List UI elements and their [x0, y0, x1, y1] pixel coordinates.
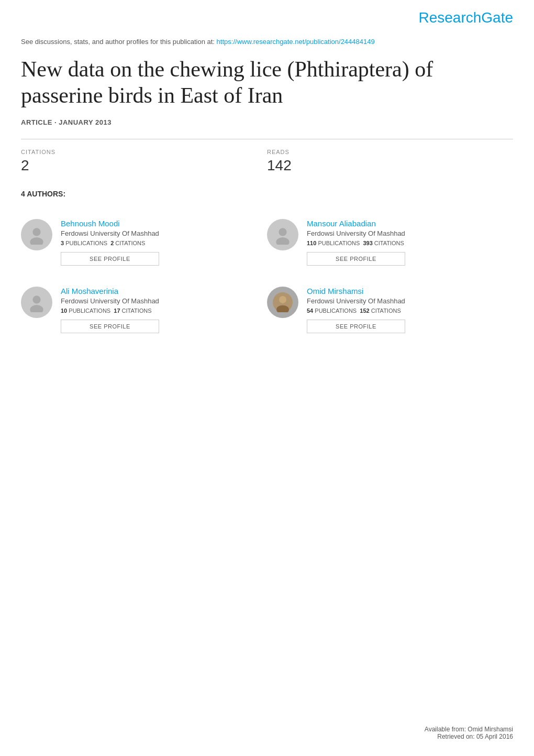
author-info-1: Behnoush MoodiFerdowsi University Of Mas… — [61, 219, 159, 266]
reads-block: READS 142 — [267, 149, 513, 174]
author-stats-1: 3 PUBLICATIONS 2 CITATIONS — [61, 240, 159, 246]
top-link-text: See discussions, stats, and author profi… — [21, 38, 215, 46]
author-card-3: Ali MoshaveriniaFerdowsi University Of M… — [21, 276, 267, 344]
article-type: ARTICLE — [21, 118, 52, 126]
publication-link[interactable]: https://www.researchgate.net/publication… — [217, 38, 375, 46]
svg-point-0 — [32, 228, 40, 236]
svg-point-5 — [30, 305, 43, 312]
top-link-bar: See discussions, stats, and author profi… — [0, 31, 534, 46]
citations-label: CITATIONS — [21, 149, 267, 155]
author-card-1: Behnoush MoodiFerdowsi University Of Mas… — [21, 209, 267, 276]
reads-label: READS — [267, 149, 513, 155]
author-avatar-3 — [21, 287, 52, 318]
author-name-4[interactable]: Omid Mirshamsi — [307, 287, 405, 295]
author-name-3[interactable]: Ali Moshaverinia — [61, 287, 159, 295]
article-date-separator: · — [54, 118, 59, 126]
available-from: Available from: Omid Mirshamsi — [425, 726, 513, 733]
author-info-2: Mansour AliabadianFerdowsi University Of… — [307, 219, 405, 266]
author-name-1[interactable]: Behnoush Moodi — [61, 219, 159, 228]
researchgate-logo: ResearchGate — [418, 9, 513, 26]
author-stats-4: 54 PUBLICATIONS 152 CITATIONS — [307, 308, 405, 314]
stats-row: CITATIONS 2 READS 142 — [0, 139, 534, 174]
see-profile-button-4[interactable]: SEE PROFILE — [307, 320, 405, 333]
authors-title: 4 AUTHORS: — [21, 190, 513, 198]
authors-section: 4 AUTHORS: Behnoush MoodiFerdowsi Univer… — [0, 174, 534, 344]
author-card-2: Mansour AliabadianFerdowsi University Of… — [267, 209, 513, 276]
author-university-4: Ferdowsi University Of Mashhad — [307, 297, 405, 305]
author-avatar-4 — [267, 287, 298, 318]
svg-point-1 — [30, 237, 43, 245]
author-university-2: Ferdowsi University Of Mashhad — [307, 229, 405, 237]
author-stats-2: 110 PUBLICATIONS 393 CITATIONS — [307, 240, 405, 246]
svg-point-2 — [279, 228, 286, 236]
author-university-3: Ferdowsi University Of Mashhad — [61, 297, 159, 305]
author-name-2[interactable]: Mansour Aliabadian — [307, 219, 405, 228]
author-info-4: Omid MirshamsiFerdowsi University Of Mas… — [307, 287, 405, 333]
article-meta: ARTICLE · JANUARY 2013 — [0, 109, 534, 126]
author-info-3: Ali MoshaveriniaFerdowsi University Of M… — [61, 287, 159, 333]
article-date: JANUARY 2013 — [59, 118, 112, 126]
author-university-1: Ferdowsi University Of Mashhad — [61, 229, 159, 237]
svg-point-4 — [32, 295, 40, 303]
see-profile-button-2[interactable]: SEE PROFILE — [307, 252, 405, 266]
see-profile-button-3[interactable]: SEE PROFILE — [61, 320, 159, 333]
author-stats-3: 10 PUBLICATIONS 17 CITATIONS — [61, 308, 159, 314]
citations-value: 2 — [21, 157, 267, 174]
svg-point-7 — [279, 296, 286, 303]
citations-block: CITATIONS 2 — [21, 149, 267, 174]
reads-value: 142 — [267, 157, 513, 174]
footer-note: Available from: Omid Mirshamsi Retrieved… — [425, 726, 513, 740]
author-avatar-1 — [21, 219, 52, 250]
header: ResearchGate — [0, 0, 534, 31]
authors-grid: Behnoush MoodiFerdowsi University Of Mas… — [21, 209, 513, 344]
article-title: New data on the chewing lice (Phthirapte… — [0, 46, 534, 109]
author-avatar-2 — [267, 219, 298, 250]
retrieved-on: Retrieved on: 05 April 2016 — [425, 733, 513, 740]
author-card-4: Omid MirshamsiFerdowsi University Of Mas… — [267, 276, 513, 344]
svg-point-3 — [276, 237, 289, 245]
see-profile-button-1[interactable]: SEE PROFILE — [61, 252, 159, 266]
